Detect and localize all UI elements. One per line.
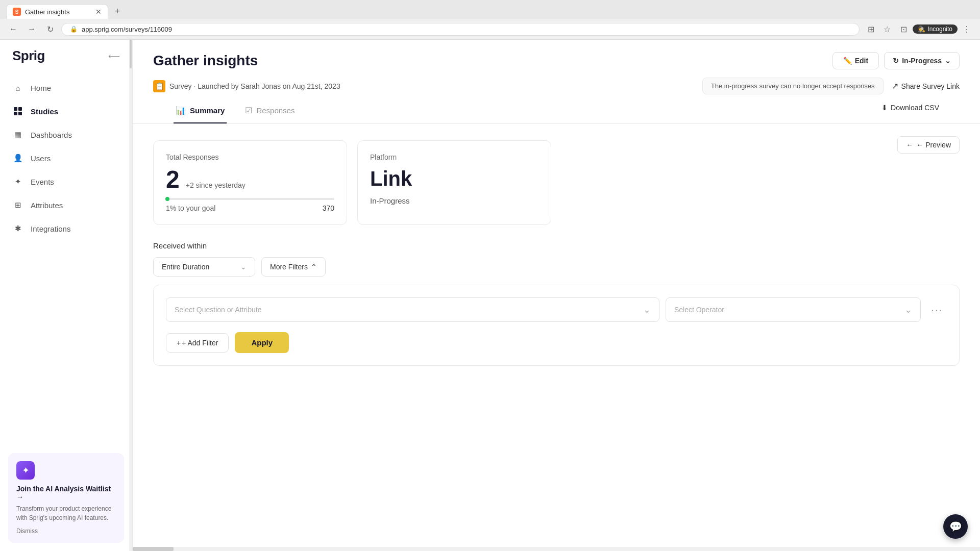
operator-placeholder: Select Operator bbox=[674, 306, 724, 314]
download-csv-button[interactable]: ⬇ Download CSV bbox=[881, 99, 960, 119]
sidebar-item-label: Studies bbox=[31, 107, 58, 116]
sidebar-item-label: Home bbox=[31, 84, 51, 92]
tab-responses[interactable]: ☑ Responses bbox=[243, 98, 297, 123]
edit-button[interactable]: ✏️ Edit bbox=[832, 52, 879, 69]
cast-icon[interactable]: ⊞ bbox=[864, 22, 878, 36]
forward-button[interactable]: → bbox=[24, 22, 39, 36]
studies-icon bbox=[12, 106, 23, 117]
sidebar-item-studies[interactable]: Studies bbox=[0, 99, 132, 123]
goal-value: 370 bbox=[323, 204, 334, 212]
tab-title: Gather insights bbox=[25, 8, 91, 16]
chevron-up-icon: ⌃ bbox=[311, 263, 317, 271]
menu-button[interactable]: ⋮ bbox=[960, 22, 974, 36]
more-filters-label: More Filters bbox=[270, 263, 308, 271]
sidebar-item-dashboards[interactable]: ▦ Dashboards bbox=[0, 123, 132, 146]
profile-icon[interactable]: ⊡ bbox=[896, 22, 911, 36]
stats-row: Total Responses 2 +2 since yesterday 1% … bbox=[153, 140, 960, 225]
scrollbar-thumb[interactable] bbox=[133, 547, 174, 551]
question-attribute-dropdown[interactable]: Select Question or Attribute ⌄ bbox=[166, 297, 659, 322]
share-survey-link-button[interactable]: ↗ Share Survey Link bbox=[892, 81, 960, 91]
refresh-icon: ↻ bbox=[893, 57, 899, 65]
chat-icon: 💬 bbox=[949, 520, 962, 533]
users-icon: 👤 bbox=[12, 153, 23, 164]
svg-rect-2 bbox=[14, 112, 17, 115]
subtitle-right: The in-progress survey can no longer acc… bbox=[702, 78, 960, 94]
tab-close-button[interactable]: ✕ bbox=[95, 8, 102, 16]
browser-chrome: S Gather insights ✕ + ← → ↻ 🔒 app.sprig.… bbox=[0, 0, 980, 40]
integrations-icon: ✱ bbox=[12, 223, 23, 234]
info-banner: The in-progress survey can no longer acc… bbox=[702, 78, 884, 94]
horizontal-scrollbar[interactable] bbox=[133, 547, 980, 551]
platform-value: Link bbox=[370, 167, 538, 190]
attributes-icon: ⊞ bbox=[12, 199, 23, 211]
sidebar-item-integrations[interactable]: ✱ Integrations bbox=[0, 217, 132, 240]
dashboards-icon: ▦ bbox=[12, 129, 23, 140]
sidebar-item-label: Dashboards bbox=[31, 131, 72, 139]
apply-button[interactable]: Apply bbox=[235, 332, 289, 353]
svg-rect-0 bbox=[14, 107, 17, 111]
chevron-down-icon: ⌄ bbox=[240, 263, 247, 271]
edit-icon: ✏️ bbox=[843, 57, 852, 65]
promo-icon: ✦ bbox=[16, 461, 35, 480]
total-responses-label: Total Responses bbox=[166, 153, 334, 161]
home-icon: ⌂ bbox=[12, 82, 23, 93]
bookmark-icon[interactable]: ☆ bbox=[880, 22, 894, 36]
address-bar[interactable]: 🔒 app.sprig.com/surveys/116009 bbox=[61, 23, 860, 36]
subtitle-text: Survey · Launched by Sarah Jonas on Aug … bbox=[169, 82, 340, 90]
tab-summary[interactable]: 📊 Summary bbox=[174, 98, 227, 123]
duration-dropdown[interactable]: Entire Duration ⌄ bbox=[153, 257, 255, 277]
svg-rect-3 bbox=[18, 112, 22, 115]
active-tab[interactable]: S Gather insights ✕ bbox=[6, 4, 108, 19]
chat-button[interactable]: 💬 bbox=[943, 514, 968, 539]
logo-text: Sprig bbox=[12, 48, 45, 64]
total-responses-value: 2 bbox=[166, 167, 180, 192]
progress-dot bbox=[165, 197, 169, 201]
progress-fill bbox=[166, 198, 167, 200]
total-responses-change: +2 since yesterday bbox=[186, 181, 246, 189]
filter-panel: Select Question or Attribute ⌄ Select Op… bbox=[153, 285, 960, 366]
new-tab-button[interactable]: + bbox=[110, 5, 125, 19]
tabs: 📊 Summary ☑ Responses bbox=[153, 98, 881, 123]
chevron-down-icon: ⌄ bbox=[904, 304, 912, 315]
content-area: Total Responses 2 +2 since yesterday 1% … bbox=[133, 124, 980, 382]
status-button[interactable]: ↻ In-Progress ⌄ bbox=[884, 52, 960, 69]
platform-card: Platform Link In-Progress bbox=[357, 140, 551, 225]
sidebar-scrollbar-thumb bbox=[130, 38, 132, 68]
filter-more-options-button[interactable]: ··· bbox=[927, 300, 947, 320]
sidebar-item-attributes[interactable]: ⊞ Attributes bbox=[0, 193, 132, 217]
sidebar-item-label: Users bbox=[31, 154, 51, 163]
received-within-label: Received within bbox=[153, 241, 960, 250]
subtitle-row: 📋 Survey · Launched by Sarah Jonas on Au… bbox=[153, 78, 960, 94]
question-attribute-placeholder: Select Question or Attribute bbox=[175, 306, 261, 314]
header-top-row: Gather insights ✏️ Edit ↻ In-Progress ⌄ bbox=[153, 52, 960, 69]
share-icon: ↗ bbox=[892, 81, 898, 91]
sidebar-item-events[interactable]: ✦ Events bbox=[0, 170, 132, 193]
survey-icon: 📋 bbox=[153, 80, 165, 92]
operator-dropdown[interactable]: Select Operator ⌄ bbox=[666, 297, 921, 322]
filter-controls: Entire Duration ⌄ More Filters ⌃ bbox=[153, 257, 960, 277]
progress-label: 1% to your goal bbox=[166, 204, 215, 212]
promo-description: Transform your product experience with S… bbox=[16, 504, 116, 522]
svg-rect-1 bbox=[18, 107, 22, 111]
promo-title: Join the AI Analysis Waitlist → bbox=[16, 485, 116, 501]
more-filters-button[interactable]: More Filters ⌃ bbox=[261, 257, 326, 277]
promo-dismiss-button[interactable]: Dismiss bbox=[16, 528, 116, 535]
add-filter-button[interactable]: + + Add Filter bbox=[166, 333, 229, 353]
sidebar: Sprig ⟵ ⌂ Home Studies ▦ Dashboards 👤 Us… bbox=[0, 38, 133, 551]
sidebar-item-label: Integrations bbox=[31, 224, 70, 233]
refresh-button[interactable]: ↻ bbox=[43, 22, 57, 36]
main-content: Gather insights ✏️ Edit ↻ In-Progress ⌄ … bbox=[133, 38, 980, 551]
collapse-sidebar-button[interactable]: ⟵ bbox=[108, 51, 120, 61]
sidebar-item-label: Events bbox=[31, 178, 54, 186]
sidebar-nav: ⌂ Home Studies ▦ Dashboards 👤 Users ✦ Ev… bbox=[0, 72, 132, 445]
sidebar-item-label: Attributes bbox=[31, 201, 63, 210]
summary-tab-icon: 📊 bbox=[176, 106, 186, 115]
chevron-down-icon: ⌄ bbox=[945, 57, 951, 65]
sidebar-item-users[interactable]: 👤 Users bbox=[0, 146, 132, 170]
sidebar-item-home[interactable]: ⌂ Home bbox=[0, 76, 132, 99]
plus-icon: + bbox=[177, 339, 181, 347]
platform-status: In-Progress bbox=[370, 196, 538, 205]
nav-icons: ⊞ ☆ ⊡ 🕵 Incognito ⋮ bbox=[864, 22, 974, 36]
preview-button[interactable]: ← ← Preview bbox=[897, 136, 960, 154]
back-button[interactable]: ← bbox=[6, 22, 20, 36]
